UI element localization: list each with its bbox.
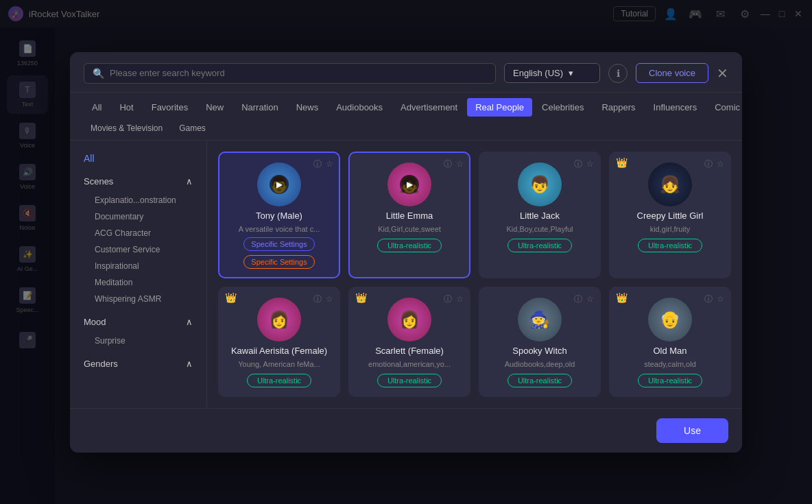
specific-settings-btn-tony-1[interactable]: Specific Settings: [243, 237, 314, 251]
tab-audiobooks[interactable]: Audiobooks: [328, 98, 391, 117]
filter-group-scenes-header[interactable]: Scenes ∧: [84, 173, 193, 189]
card-top-icons-old-man: ⓘ ☆: [704, 293, 724, 305]
filter-item-explanation[interactable]: Explanatio...onstration: [89, 192, 193, 208]
ultra-badge-scarlett: Ultra-realistic: [377, 374, 442, 387]
tab-comic-animation[interactable]: Comic & Animation: [706, 98, 742, 117]
avatar-kawaii: 👩: [257, 298, 301, 341]
voice-name-spooky: Spooky Witch: [512, 346, 566, 356]
language-select[interactable]: English (US) ▾: [504, 63, 600, 83]
info-icon-kawaii[interactable]: ⓘ: [313, 293, 322, 305]
filter-item-asmr[interactable]: Whispering ASMR: [89, 291, 193, 307]
filter-item-surprise[interactable]: Surprise: [89, 333, 193, 349]
card-top-icons-creepy: ⓘ ☆: [704, 158, 724, 170]
use-button[interactable]: Use: [656, 418, 728, 443]
tab-influencers[interactable]: Influencers: [645, 98, 706, 117]
clone-voice-button[interactable]: Clone voice: [636, 63, 708, 83]
star-icon-kawaii[interactable]: ☆: [326, 293, 333, 305]
info-icon-tony[interactable]: ⓘ: [313, 158, 322, 170]
voice-name-scarlett: Scarlett (Female): [375, 346, 444, 356]
play-icon-tony[interactable]: ▶: [270, 175, 289, 194]
star-icon-old-man[interactable]: ☆: [717, 293, 724, 305]
star-icon-scarlett[interactable]: ☆: [456, 293, 464, 305]
filter-item-customer-service[interactable]: Customer Service: [89, 241, 193, 258]
avatar-spooky: 🧙: [518, 298, 562, 341]
voice-tags-old-man: steady,calm,old: [644, 360, 696, 368]
star-icon-tony[interactable]: ☆: [326, 158, 333, 170]
tab-real-people[interactable]: Real People: [467, 98, 532, 117]
search-box[interactable]: 🔍: [84, 63, 496, 84]
info-icon-creepy[interactable]: ⓘ: [704, 158, 713, 170]
tab-celebrities[interactable]: Celebrities: [534, 98, 592, 117]
filter-item-inspirational[interactable]: Inspirational: [89, 258, 193, 274]
info-icon-spooky[interactable]: ⓘ: [574, 293, 582, 305]
play-icon-emma[interactable]: ▶: [400, 175, 419, 194]
voice-grid: ⓘ ☆ 👨 ▶ Tony (Male) A versatile voice th…: [207, 141, 742, 408]
tab-news[interactable]: News: [288, 98, 327, 117]
voice-tags-scarlett: emotional,american,yo...: [368, 360, 451, 368]
filter-group-mood-header[interactable]: Mood ∧: [84, 314, 193, 330]
voice-card-old-man[interactable]: 👑 ⓘ ☆ 👴 Old Man steady,calm,old Ultra-re…: [609, 287, 731, 397]
star-icon-jack[interactable]: ☆: [586, 158, 594, 170]
crown-icon-scarlett: 👑: [355, 292, 367, 303]
avatar-wrap-kawaii: 👩: [257, 298, 301, 341]
filter-item-acg[interactable]: ACG Character: [89, 225, 193, 241]
filter-group-mood: Mood ∧ Surprise: [70, 310, 206, 352]
card-top-icons-scarlett: ⓘ ☆: [444, 293, 464, 305]
voice-tags-jack: Kid,Boy,cute,Playful: [506, 225, 573, 233]
tab-bar: All Hot Favorites New Narration News Aud…: [70, 93, 742, 117]
modal-body: All Scenes ∧ Explanatio...onstration Doc…: [70, 141, 742, 408]
voice-card-little-jack[interactable]: ⓘ ☆ 👦 Little Jack Kid,Boy,cute,Playful U…: [479, 152, 601, 278]
tab-all[interactable]: All: [84, 98, 110, 117]
star-icon-spooky[interactable]: ☆: [586, 293, 594, 305]
voice-card-little-emma[interactable]: ⓘ ☆ 👧 ▶ Little Emma Kid,Girl,cute,sweet …: [348, 152, 470, 278]
filter-group-scenes-chevron-icon: ∧: [186, 176, 193, 187]
crown-icon-creepy-girl: 👑: [616, 157, 628, 168]
voice-card-creepy-girl[interactable]: 👑 ⓘ ☆ 👧 Creepy Little Girl kid,girl,frui…: [609, 152, 731, 278]
card-top-icons-kawaii: ⓘ ☆: [313, 293, 333, 305]
card-top-icons-emma: ⓘ ☆: [444, 158, 464, 170]
filter-item-meditation[interactable]: Meditation: [89, 274, 193, 291]
info-icon-old-man[interactable]: ⓘ: [704, 293, 713, 305]
card-top-icons-jack: ⓘ ☆: [574, 158, 594, 170]
card-top-icons-spooky: ⓘ ☆: [574, 293, 594, 305]
filter-group-scenes-label: Scenes: [84, 176, 113, 187]
sub-tab-movies[interactable]: Movies & Television: [84, 121, 169, 136]
sub-tab-games[interactable]: Games: [172, 121, 213, 136]
voice-card-scarlett[interactable]: 👑 ⓘ ☆ 👩 Scarlett (Female) emotional,amer…: [348, 287, 470, 397]
info-icon-scarlett[interactable]: ⓘ: [444, 293, 452, 305]
filter-group-mood-items: Surprise: [84, 330, 193, 349]
filter-item-documentary[interactable]: Documentary: [89, 208, 193, 225]
sub-tab-bar: Movies & Television Games: [70, 117, 742, 141]
tab-advertisement[interactable]: Advertisement: [392, 98, 466, 117]
app-background: 🚀 iRocket VoxTalker Tutorial 👤 🎮 ✉ ⚙ — □…: [0, 0, 812, 504]
info-button[interactable]: ℹ: [608, 64, 628, 83]
filter-all[interactable]: All: [70, 147, 206, 169]
info-icon-jack[interactable]: ⓘ: [574, 158, 582, 170]
avatar-wrap-scarlett: 👩: [387, 298, 431, 341]
voice-tags-creepy: kid,girl,fruity: [650, 225, 691, 233]
search-input[interactable]: [110, 68, 487, 78]
ultra-badge-creepy: Ultra-realistic: [638, 239, 702, 252]
avatar-wrap-creepy: 👧: [648, 163, 692, 206]
close-modal-button[interactable]: ✕: [717, 65, 728, 82]
filter-group-genders-chevron-icon: ∧: [186, 359, 193, 369]
voice-card-kawaii[interactable]: 👑 ⓘ ☆ 👩 Kawaii Aerisita (Female) Young, …: [218, 287, 340, 397]
crown-icon-old-man: 👑: [616, 292, 628, 303]
tab-hot[interactable]: Hot: [111, 98, 141, 117]
star-icon-creepy[interactable]: ☆: [717, 158, 724, 170]
info-icon-emma[interactable]: ⓘ: [444, 158, 452, 170]
avatar-old-man: 👴: [648, 298, 692, 341]
tab-rappers[interactable]: Rappers: [593, 98, 643, 117]
ultra-badge-emma: Ultra-realistic: [377, 239, 442, 252]
tab-favorites[interactable]: Favorites: [143, 98, 196, 117]
voice-card-tony-male[interactable]: ⓘ ☆ 👨 ▶ Tony (Male) A versatile voice th…: [218, 152, 340, 278]
filter-group-genders-header[interactable]: Genders ∧: [84, 356, 193, 372]
filter-group-genders: Genders ∧: [70, 352, 206, 374]
tab-new[interactable]: New: [198, 98, 232, 117]
voice-tags-tony: A versatile voice that c...: [239, 225, 320, 233]
avatar-wrap-old-man: 👴: [648, 298, 692, 341]
tab-narration[interactable]: Narration: [233, 98, 286, 117]
star-icon-emma[interactable]: ☆: [456, 158, 464, 170]
specific-settings-btn-tony-2[interactable]: Specific Settings: [243, 255, 314, 269]
voice-card-spooky-witch[interactable]: ⓘ ☆ 🧙 Spooky Witch Audiobooks,deep,old U…: [479, 287, 601, 397]
